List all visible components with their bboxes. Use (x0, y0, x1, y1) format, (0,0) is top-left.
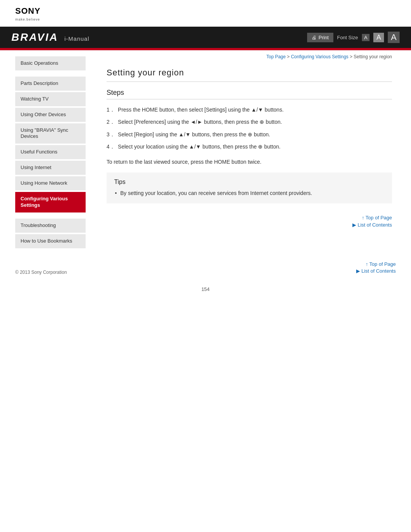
top-of-page-link[interactable]: ↑ Top of Page (107, 215, 392, 220)
font-medium-button[interactable]: A (373, 33, 384, 42)
sidebar-item-using-internet[interactable]: Using Internet (15, 161, 86, 175)
printer-icon: 🖨 (312, 35, 317, 40)
copyright: © 2013 Sony Corporation (15, 270, 67, 275)
step-3-num: 3． (107, 130, 115, 139)
sidebar-item-using-other-devices[interactable]: Using Other Devices (15, 108, 86, 122)
step-1: 1． Press the HOME button, then select [S… (107, 105, 392, 114)
sidebar-item-useful-functions[interactable]: Useful Functions (15, 145, 86, 159)
sidebar-item-troubleshooting[interactable]: Troubleshooting (15, 219, 86, 233)
font-size-label: Font Size (337, 35, 358, 40)
bravia-left: BRAVIA i-Manual (11, 31, 89, 43)
breadcrumb-sep1: > (286, 54, 291, 59)
steps-list: 1． Press the HOME button, then select [S… (107, 105, 392, 151)
breadcrumb-top-page[interactable]: Top Page (266, 54, 286, 59)
sidebar: Basic Operations Parts Description Watch… (0, 50, 91, 250)
footer-top-of-page[interactable]: ↑ Top of Page (356, 261, 396, 267)
sidebar-spacer-1 (15, 72, 91, 77)
footer-list-of-contents[interactable]: ▶ List of Contents (356, 268, 396, 274)
breadcrumb: Top Page > Configuring Various Settings … (107, 50, 392, 62)
font-small-button[interactable]: A (362, 34, 370, 41)
sidebar-item-basic-operations[interactable]: Basic Operations (15, 56, 86, 70)
breadcrumb-configuring[interactable]: Configuring Various Settings (291, 54, 348, 59)
step-2-num: 2． (107, 118, 115, 126)
main-layout: Basic Operations Parts Description Watch… (0, 50, 411, 250)
sidebar-item-bookmarks[interactable]: How to Use Bookmarks (15, 234, 86, 248)
bravia-imanual: i-Manual (64, 35, 89, 42)
print-button[interactable]: 🖨 Print (307, 33, 333, 42)
bottom-links: ↑ Top of Page ▶ List of Contents (107, 211, 392, 233)
sidebar-spacer-2 (15, 214, 91, 219)
step-2-text: Select [Preferences] using the ◄/► butto… (118, 118, 282, 126)
tip-1: By setting your location, you can receiv… (114, 189, 384, 197)
step-1-num: 1． (107, 105, 115, 114)
step-2: 2． Select [Preferences] using the ◄/► bu… (107, 118, 392, 126)
sony-tagline: make.believe (15, 18, 40, 21)
sidebar-item-watching-tv[interactable]: Watching TV (15, 92, 86, 106)
sidebar-item-home-network[interactable]: Using Home Network (15, 176, 86, 190)
font-large-button[interactable]: A (388, 32, 400, 43)
content-area: Top Page > Configuring Various Settings … (91, 50, 411, 250)
return-note: To return to the last viewed source, pre… (107, 159, 392, 165)
page-number: 154 (0, 283, 411, 300)
bravia-controls: 🖨 Print Font Size A A A (307, 32, 400, 43)
sidebar-item-parts-description[interactable]: Parts Description (15, 77, 86, 91)
step-1-text: Press the HOME button, then select [Sett… (118, 105, 284, 114)
list-of-contents-link[interactable]: ▶ List of Contents (107, 222, 392, 228)
step-4-text: Select your location using the ▲/▼ butto… (118, 142, 280, 151)
tips-title: Tips (114, 179, 384, 185)
bravia-bar: BRAVIA i-Manual 🖨 Print Font Size A A A (0, 27, 411, 48)
sidebar-item-bravia-sync[interactable]: Using "BRAVIA" Sync Devices (15, 123, 86, 144)
bravia-logo: BRAVIA (11, 31, 58, 43)
tips-box: Tips By setting your location, you can r… (107, 173, 392, 203)
sony-logo: SONY (15, 7, 396, 15)
breadcrumb-current: Setting your region (354, 54, 392, 59)
sony-header: SONY make.believe (0, 0, 411, 27)
tips-list: By setting your location, you can receiv… (114, 189, 384, 197)
breadcrumb-sep2: > (349, 54, 354, 59)
footer-links: ↑ Top of Page ▶ List of Contents (356, 261, 396, 275)
sidebar-item-configuring-settings[interactable]: Configuring Various Settings (15, 192, 86, 212)
steps-heading: Steps (107, 89, 392, 99)
page-footer: © 2013 Sony Corporation ↑ Top of Page ▶ … (0, 257, 411, 283)
step-3-text: Select [Region] using the ▲/▼ buttons, t… (118, 130, 270, 139)
page-title: Setting your region (107, 62, 392, 82)
step-4-num: 4． (107, 142, 115, 151)
step-3: 3． Select [Region] using the ▲/▼ buttons… (107, 130, 392, 139)
step-4: 4． Select your location using the ▲/▼ bu… (107, 142, 392, 151)
